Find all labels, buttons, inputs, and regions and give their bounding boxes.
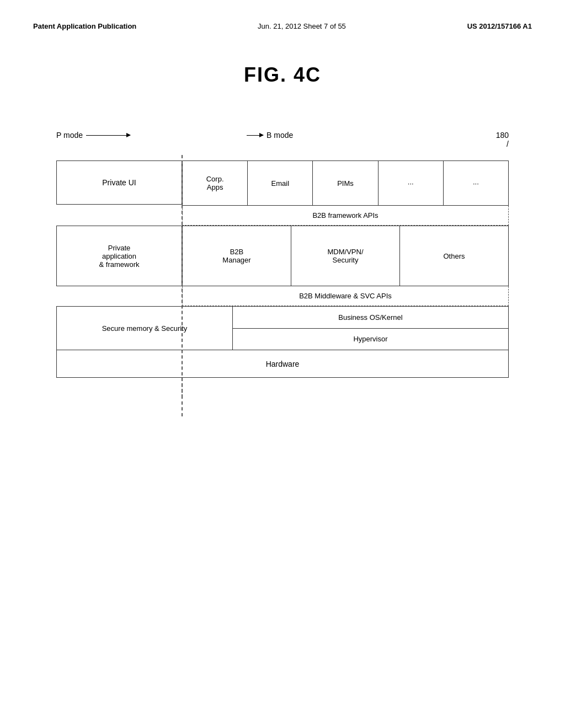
private-app-box: Privateapplication& framework xyxy=(56,226,182,286)
row-b2b-mw: B2B Middleware & SVC APIs xyxy=(56,286,509,306)
b2b-manager-cell: B2BManager xyxy=(183,226,291,286)
diagram: 180 / P mode B mode Private UI xyxy=(56,131,509,416)
private-ui-box: Private UI xyxy=(56,160,182,205)
dots2-cell: ··· xyxy=(444,161,508,205)
b-mode-text: B mode xyxy=(266,131,293,140)
business-os-label: Business OS/Kernel xyxy=(338,313,402,322)
b-mode-arrow-icon xyxy=(247,135,263,136)
right-col-mw: B2B Middleware & SVC APIs xyxy=(182,286,509,306)
others-cell: Others xyxy=(400,226,508,286)
pims-cell: PIMs xyxy=(313,161,378,205)
p-mode-label: P mode xyxy=(56,131,130,140)
middle-right: B2BManager MDM/VPN/Security Others xyxy=(182,226,509,286)
hypervisor-cell: Hypervisor xyxy=(233,329,508,350)
page: Patent Application Publication Jun. 21, … xyxy=(0,0,565,728)
private-app-label: Privateapplication& framework xyxy=(99,244,140,269)
email-label: Email xyxy=(271,179,290,188)
page-header: Patent Application Publication Jun. 21, … xyxy=(33,22,532,30)
diagram-body: Private UI Corp.Apps Email PIMs xyxy=(56,160,509,416)
b2b-middleware-box: B2B Middleware & SVC APIs xyxy=(182,286,509,306)
others-label: Others xyxy=(443,252,465,260)
mdm-vpn-label: MDM/VPN/Security xyxy=(328,248,364,264)
bottom-spacer xyxy=(56,378,509,416)
right-col-b2b: B2B framework APIs xyxy=(182,206,509,226)
row-1: Private UI Corp.Apps Email PIMs xyxy=(56,160,509,206)
header-right: US 2012/157166 A1 xyxy=(467,22,532,30)
row-middle: Privateapplication& framework B2BManager… xyxy=(56,226,509,286)
left-col-1: Private UI xyxy=(56,160,182,206)
business-os-cell: Business OS/Kernel xyxy=(233,307,508,329)
left-col-mw xyxy=(56,286,182,306)
vertical-divider xyxy=(182,155,183,398)
dots2-label: ··· xyxy=(473,179,479,188)
left-col-b2b xyxy=(56,206,182,226)
corp-apps-cell: Corp.Apps xyxy=(183,161,248,205)
b-top-row: Corp.Apps Email PIMs ··· ··· xyxy=(182,160,509,206)
b-middle-row: B2BManager MDM/VPN/Security Others xyxy=(182,226,509,286)
pims-label: PIMs xyxy=(337,179,354,188)
p-mode-text: P mode xyxy=(56,131,83,140)
hypervisor-label: Hypervisor xyxy=(353,335,387,343)
right-col-1: Corp.Apps Email PIMs ··· ··· xyxy=(182,160,509,206)
b2b-middleware-label: B2B Middleware & SVC APIs xyxy=(299,292,392,300)
dots1-label: ··· xyxy=(408,179,414,188)
b-mode-label: B mode xyxy=(247,131,293,140)
secure-memory-label: Secure memory & Security xyxy=(102,324,188,333)
row-b2b-apis: B2B framework APIs xyxy=(56,206,509,226)
business-os-col: Business OS/Kernel Hypervisor xyxy=(233,306,509,350)
b2b-framework-apis-label: B2B framework APIs xyxy=(312,211,378,220)
header-left: Patent Application Publication xyxy=(33,22,136,30)
figure-title: FIG. 4C xyxy=(33,63,532,87)
p-mode-arrow-icon xyxy=(86,135,130,136)
b2b-framework-apis-box: B2B framework APIs xyxy=(182,206,509,226)
private-ui-label: Private UI xyxy=(102,178,136,187)
mdm-vpn-cell: MDM/VPN/Security xyxy=(291,226,400,286)
row-bottom: Secure memory & Security Business OS/Ker… xyxy=(56,306,509,350)
hardware-box: Hardware xyxy=(56,350,509,378)
dots1-cell: ··· xyxy=(379,161,444,205)
secure-memory-box: Secure memory & Security xyxy=(56,306,233,350)
middle-left: Privateapplication& framework xyxy=(56,226,182,286)
corp-apps-label: Corp.Apps xyxy=(206,175,224,191)
header-center: Jun. 21, 2012 Sheet 7 of 55 xyxy=(258,22,346,30)
hardware-label: Hardware xyxy=(266,360,300,368)
email-cell: Email xyxy=(248,161,313,205)
b2b-manager-label: B2BManager xyxy=(222,248,250,264)
mode-labels-row: P mode B mode xyxy=(56,131,509,144)
